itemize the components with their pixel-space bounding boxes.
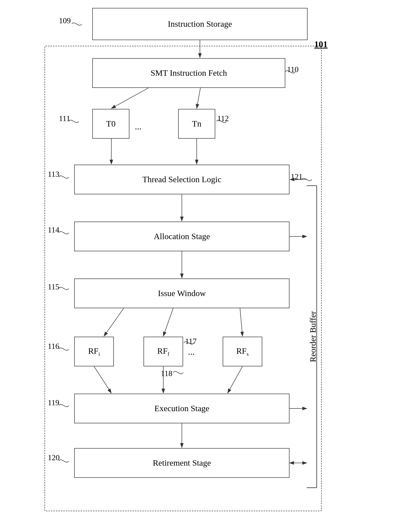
- label-113: 113: [48, 170, 59, 179]
- rfs-sub: s: [247, 351, 249, 357]
- label-119: 119: [48, 398, 59, 407]
- label-112: 112: [217, 114, 229, 123]
- issue-window-label: Issue Window: [158, 288, 206, 299]
- smt-block: SMT Instruction Fetch: [92, 58, 285, 88]
- smt-label: SMT Instruction Fetch: [150, 68, 227, 78]
- label-117: 117: [185, 337, 197, 346]
- ellipsis-t0-tn: ...: [135, 121, 142, 132]
- diagram: 101 Instruction Storage SMT Instruction …: [0, 0, 408, 532]
- allocation-label: Allocation Stage: [154, 231, 210, 242]
- rff-label: RFf: [157, 346, 169, 357]
- instruction-storage-label: Instruction Storage: [168, 19, 232, 29]
- t0-label: T0: [106, 118, 116, 129]
- thread-selection-label: Thread Selection Logic: [142, 174, 221, 185]
- thread-selection-block: Thread Selection Logic: [74, 165, 289, 194]
- allocation-block: Allocation Stage: [74, 222, 289, 251]
- retirement-block: Retirement Stage: [74, 448, 289, 478]
- label-101: 101: [314, 39, 328, 50]
- reorder-buffer-label: Reorder Buffer: [307, 186, 319, 488]
- tn-block: Tn: [178, 109, 215, 139]
- label-120: 120: [48, 453, 60, 462]
- label-118: 118: [161, 369, 172, 378]
- rfi-block: RFi: [74, 337, 114, 366]
- label-111: 111: [59, 114, 70, 123]
- instruction-storage-block: Instruction Storage: [92, 8, 308, 40]
- rfs-block: RFs: [223, 337, 262, 366]
- execution-label: Execution Stage: [154, 403, 209, 414]
- rfi-sub: i: [98, 351, 100, 357]
- rfi-label: RFi: [88, 346, 100, 357]
- label-116: 116: [48, 342, 59, 351]
- rff-sub: f: [168, 351, 169, 357]
- execution-block: Execution Stage: [74, 394, 289, 423]
- tn-label: Tn: [192, 118, 201, 129]
- label-110: 110: [287, 65, 299, 74]
- retirement-label: Retirement Stage: [153, 457, 211, 468]
- label-114: 114: [48, 225, 59, 234]
- rfs-label: RFs: [236, 346, 249, 357]
- rff-block: RFf: [144, 337, 183, 366]
- label-121: 121: [291, 172, 303, 181]
- ellipsis-rf: ...: [188, 347, 195, 357]
- label-109: 109: [59, 16, 71, 25]
- issue-window-block: Issue Window: [74, 279, 289, 308]
- t0-block: T0: [92, 109, 129, 139]
- label-115: 115: [48, 282, 59, 291]
